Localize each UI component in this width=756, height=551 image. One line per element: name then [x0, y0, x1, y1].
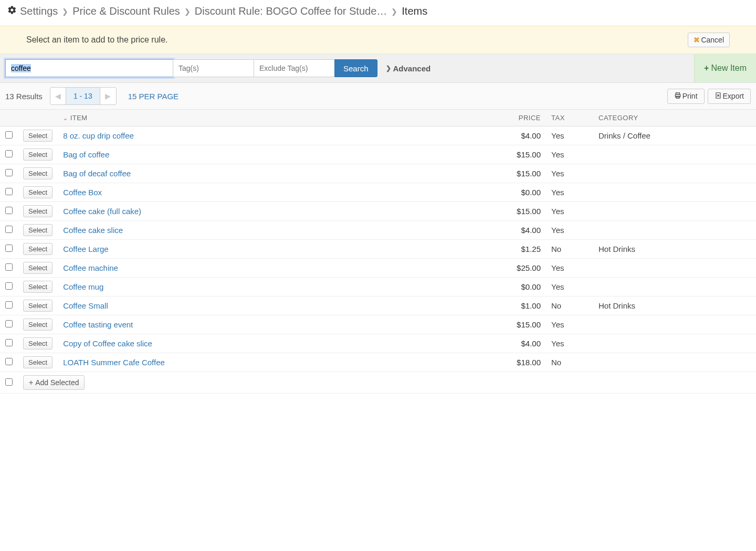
col-price[interactable]: PRICE — [494, 110, 546, 126]
col-item-label: ITEM — [70, 114, 88, 122]
row-checkbox[interactable] — [5, 150, 13, 157]
per-page-select[interactable]: 15 PER PAGE — [128, 92, 178, 101]
print-label: Print — [682, 92, 698, 100]
row-checkbox[interactable] — [5, 245, 13, 252]
col-category[interactable]: CATEGORY — [593, 110, 756, 126]
item-tax: Yes — [546, 259, 593, 278]
row-checkbox[interactable] — [5, 226, 13, 233]
item-link[interactable]: Coffee Small — [63, 301, 108, 310]
select-row-button[interactable]: Select — [23, 149, 52, 161]
select-row-button[interactable]: Select — [23, 281, 52, 293]
footer-row: +Add Selected — [0, 372, 756, 394]
add-selected-label: Add Selected — [35, 378, 79, 387]
select-row-button[interactable]: Select — [23, 130, 52, 142]
select-row-button[interactable]: Select — [23, 243, 52, 255]
item-link[interactable]: Coffee machine — [63, 263, 118, 272]
print-button[interactable]: Print — [667, 89, 705, 104]
item-category: Drinks / Coffee — [593, 126, 756, 145]
item-link[interactable]: Coffee Large — [63, 245, 108, 253]
paging-bar: 13 Results ◀ 1 - 13 ▶ 15 PER PAGE Print … — [0, 83, 756, 110]
select-row-button[interactable]: Select — [23, 337, 52, 349]
table-row: SelectBag of coffee$15.00Yes — [0, 145, 756, 164]
item-category — [593, 278, 756, 296]
exclude-tags-input[interactable] — [254, 59, 335, 77]
row-checkbox[interactable] — [5, 320, 13, 327]
select-all-checkbox[interactable] — [5, 378, 13, 386]
item-category — [593, 315, 756, 334]
select-row-button[interactable]: Select — [23, 224, 52, 236]
page-range[interactable]: 1 - 13 — [66, 88, 100, 104]
item-price: $4.00 — [494, 334, 546, 353]
select-row-button[interactable]: Select — [23, 356, 52, 368]
advanced-toggle[interactable]: ❯ Advanced — [377, 59, 439, 77]
new-item-button[interactable]: +New Item — [694, 54, 756, 82]
page-prev-button[interactable]: ◀ — [50, 88, 66, 104]
cancel-label: Cancel — [701, 36, 724, 44]
item-link[interactable]: Coffee Box — [63, 188, 102, 197]
item-price: $15.00 — [494, 145, 546, 164]
col-tax[interactable]: TAX — [546, 110, 593, 126]
row-checkbox[interactable] — [5, 188, 13, 195]
item-link[interactable]: Coffee mug — [63, 282, 103, 291]
row-checkbox[interactable] — [5, 358, 13, 365]
item-tax: Yes — [546, 145, 593, 164]
table-row: SelectCoffee cake (full cake)$15.00Yes — [0, 202, 756, 221]
item-tax: No — [546, 353, 593, 372]
item-link[interactable]: Coffee cake slice — [63, 226, 123, 235]
cancel-button[interactable]: ✖Cancel — [688, 33, 730, 47]
item-link[interactable]: Coffee cake (full cake) — [63, 207, 141, 216]
page-next-button[interactable]: ▶ — [100, 88, 116, 104]
item-price: $1.25 — [494, 240, 546, 259]
row-checkbox[interactable] — [5, 339, 13, 346]
table-row: SelectCoffee cake slice$4.00Yes — [0, 221, 756, 240]
export-button[interactable]: Export — [708, 89, 751, 104]
row-checkbox[interactable] — [5, 263, 13, 271]
col-item[interactable]: ⌄ITEM — [58, 110, 494, 126]
chevron-right-icon: ❯ — [184, 7, 191, 16]
row-checkbox[interactable] — [5, 301, 13, 309]
chevron-right-icon: ❯ — [386, 65, 391, 72]
item-price: $4.00 — [494, 221, 546, 240]
row-checkbox[interactable] — [5, 282, 13, 290]
breadcrumb-settings[interactable]: Settings — [20, 5, 58, 17]
item-link[interactable]: Copy of Coffee cake slice — [63, 339, 152, 348]
item-link[interactable]: Coffee tasting event — [63, 320, 133, 329]
item-tax: No — [546, 296, 593, 315]
plus-icon: + — [29, 378, 33, 387]
pager: ◀ 1 - 13 ▶ — [50, 87, 117, 105]
item-tax: Yes — [546, 164, 593, 183]
select-row-button[interactable]: Select — [23, 319, 52, 331]
item-tax: Yes — [546, 126, 593, 145]
item-category — [593, 183, 756, 202]
search-button[interactable]: Search — [334, 59, 377, 77]
table-row: Select8 oz. cup drip coffee$4.00YesDrink… — [0, 126, 756, 145]
chevron-right-icon: ❯ — [62, 7, 68, 16]
breadcrumb-rule[interactable]: Discount Rule: BOGO Coffee for Stude… — [195, 5, 387, 17]
item-link[interactable]: 8 oz. cup drip coffee — [63, 131, 134, 140]
breadcrumb-rules[interactable]: Price & Discount Rules — [72, 5, 180, 17]
table-row: SelectCoffee machine$25.00Yes — [0, 259, 756, 278]
row-checkbox[interactable] — [5, 131, 13, 139]
sort-caret-icon: ⌄ — [63, 115, 68, 121]
tags-input[interactable] — [173, 59, 254, 77]
table-row: SelectCoffee tasting event$15.00Yes — [0, 315, 756, 334]
item-category — [593, 145, 756, 164]
row-checkbox[interactable] — [5, 169, 13, 176]
select-row-button[interactable]: Select — [23, 300, 52, 312]
table-row: SelectCoffee Small$1.00NoHot Drinks — [0, 296, 756, 315]
info-bar: Select an item to add to the price rule.… — [0, 26, 756, 54]
breadcrumb-current: Items — [402, 5, 427, 17]
item-category — [593, 259, 756, 278]
item-link[interactable]: Bag of decaf coffee — [63, 169, 131, 178]
select-row-button[interactable]: Select — [23, 167, 52, 179]
item-price: $4.00 — [494, 126, 546, 145]
row-checkbox[interactable] — [5, 207, 13, 214]
search-input[interactable] — [5, 59, 173, 77]
select-row-button[interactable]: Select — [23, 186, 52, 198]
item-link[interactable]: Bag of coffee — [63, 150, 109, 159]
item-link[interactable]: LOATH Summer Cafe Coffee — [63, 358, 165, 367]
select-row-button[interactable]: Select — [23, 205, 52, 217]
export-label: Export — [723, 92, 744, 100]
add-selected-button[interactable]: +Add Selected — [23, 375, 85, 390]
select-row-button[interactable]: Select — [23, 262, 52, 274]
